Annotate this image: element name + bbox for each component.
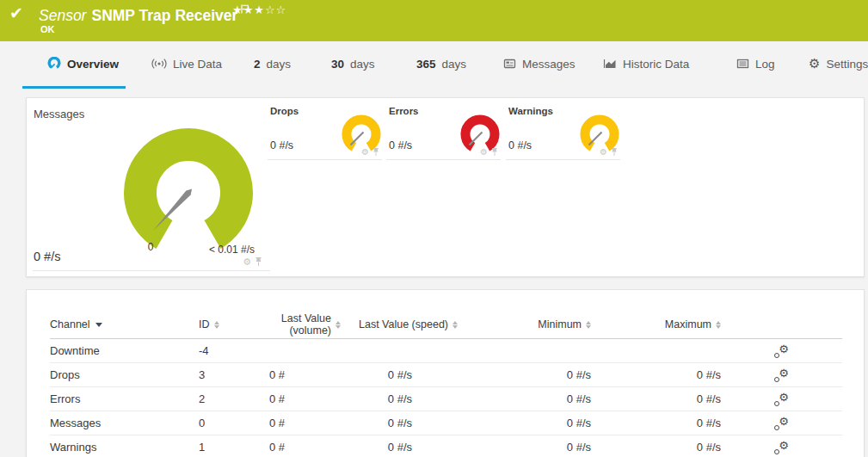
channel-name: Downtime [50,344,199,357]
gauge-toolbar: ⚙ [600,147,619,157]
gauge-toolbar: ⚙ [480,147,499,157]
messages-icon [503,58,516,70]
channel-id: 3 [199,368,253,381]
tab-overview[interactable]: Overview [47,41,119,86]
tab-number: 365 [416,58,436,71]
gauge-scale-max: < 0.01 #/s [209,244,255,256]
tab-number: 30 [331,58,344,71]
channel-id: 0 [199,417,253,429]
channels-table: Channel ID Last Value (volume) Last Valu… [50,311,842,457]
warnings-gauge-value: 0 #/s [508,139,532,151]
tab-label: days [267,58,292,71]
drops-gauge-title: Drops [270,106,299,116]
pin-icon[interactable] [254,256,263,267]
last-value-speed: 0 #/s [341,441,458,454]
pin-icon[interactable] [610,147,619,157]
channels-panel: Channel ID Last Value (volume) Last Valu… [26,289,865,457]
channel-settings-gears-icon[interactable]: ⚙ [773,392,789,406]
last-value-volume: 0 # [253,417,341,429]
channel-id: 1 [199,441,253,454]
gauge-settings-gear-icon[interactable]: ⚙ [480,148,488,157]
settings-gear-icon: ⚙ [809,58,820,70]
column-header-last-value-speed[interactable]: Last Value (speed) [341,318,458,330]
sort-icon [716,321,721,329]
maximum-value: 0 #/s [591,392,721,405]
pin-icon[interactable] [490,147,499,157]
column-header-maximum[interactable]: Maximum [591,318,721,330]
tab-log[interactable]: Log [736,41,775,86]
log-icon [736,58,749,70]
warnings-gauge-title: Warnings [508,106,553,116]
sensor-header-bar: ✔ SensorSNMP Trap Receiver ★★★☆☆ OK [0,0,868,41]
table-row-drops[interactable]: Drops 3 0 # 0 #/s 0 #/s 0 #/s ⚙ [50,363,842,387]
gauge-settings-gear-icon[interactable]: ⚙ [600,148,607,157]
tab-label: Log [755,58,775,71]
pin-icon[interactable] [372,147,380,157]
gauge-toolbar: ⚙ [361,147,380,157]
tab-messages[interactable]: Messages [503,41,576,86]
maximum-value: 0 #/s [591,417,721,429]
gauge-scale-min: 0 [138,241,163,253]
channel-name: Warnings [50,441,199,454]
table-row-errors[interactable]: Errors 2 0 # 0 #/s 0 #/s 0 #/s ⚙ [50,387,842,411]
maximum-value: 0 #/s [591,368,721,381]
gauge-settings-gear-icon[interactable]: ⚙ [361,148,369,157]
gauges-panel: Messages 0 < 0.01 #/s 0 #/s ⚙ Drops [26,97,865,277]
tab-365-days[interactable]: 365 days [416,41,466,86]
last-value-volume: 0 # [253,368,341,381]
table-header-row: Channel ID Last Value (volume) Last Valu… [50,311,842,339]
errors-gauge-title: Errors [389,106,419,116]
channel-name: Drops [50,368,199,381]
tab-label: Overview [67,58,119,71]
tab-label: days [442,58,467,71]
tab-live-data[interactable]: Live Data [151,41,222,86]
errors-gauge-block: Errors 0 #/s ⚙ [386,98,501,160]
column-header-minimum[interactable]: Minimum [458,318,591,330]
table-row-warnings[interactable]: Warnings 1 0 # 0 #/s 0 #/s 0 #/s ⚙ [50,435,842,457]
last-value-volume: 0 # [253,392,341,405]
channel-id: 2 [199,392,253,405]
tab-historic-data[interactable]: Historic Data [603,41,689,86]
channel-settings-gears-icon[interactable]: ⚙ [773,417,789,430]
column-header-channel[interactable]: Channel [50,318,102,330]
stars-empty: ☆☆ [265,3,286,16]
errors-gauge-value: 0 #/s [389,139,412,151]
sort-desc-icon [95,323,102,327]
star-rating[interactable]: ★★★☆☆ [232,3,286,16]
tab-label: Historic Data [623,58,689,71]
broadcast-icon [151,58,167,70]
main-gauge-value: 0 #/s [34,250,60,263]
tab-label: Live Data [173,58,222,71]
last-value-speed: 0 #/s [341,368,458,381]
tab-label: Settings [826,58,868,71]
tab-2-days[interactable]: 2 days [254,41,291,86]
minimum-value: 0 #/s [458,368,591,381]
channel-settings-gears-icon[interactable]: ⚙ [773,344,789,358]
sensor-name: SNMP Trap Receiver [91,7,237,24]
channel-name: Errors [50,392,199,405]
channel-name: Messages [50,417,199,429]
gauge-settings-gear-icon[interactable]: ⚙ [243,257,251,267]
sensor-status-badge: OK [40,24,55,34]
table-row-messages[interactable]: Messages 0 0 # 0 #/s 0 #/s 0 #/s ⚙ [50,411,842,435]
active-tab-underline [22,86,126,89]
minimum-value: 0 #/s [458,441,591,454]
last-value-speed: 0 #/s [341,392,458,405]
status-ok-check-icon: ✔ [9,3,23,23]
table-row-downtime[interactable]: Downtime -4 ⚙ [50,339,842,363]
tab-settings[interactable]: ⚙ Settings [809,41,868,86]
drops-gauge-block: Drops 0 #/s ⚙ [268,98,382,160]
sensor-kind-label: Sensor [39,7,86,24]
channel-settings-gears-icon[interactable]: ⚙ [773,368,789,382]
sort-icon [214,321,219,329]
tab-label: Messages [522,58,576,71]
page: ✔ SensorSNMP Trap Receiver ★★★☆☆ OK Over… [0,0,868,457]
column-header-last-value-volume[interactable]: Last Value (volume) [253,312,341,337]
tab-30-days[interactable]: 30 days [331,41,375,86]
warnings-gauge-block: Warnings 0 #/s ⚙ [506,98,620,160]
historic-chart-icon [603,58,617,70]
channel-settings-gears-icon[interactable]: ⚙ [773,441,789,454]
main-gauge-title: Messages [34,108,84,120]
main-gauge-block: Messages 0 < 0.01 #/s 0 #/s ⚙ [33,98,270,271]
column-header-id[interactable]: ID [199,318,219,330]
